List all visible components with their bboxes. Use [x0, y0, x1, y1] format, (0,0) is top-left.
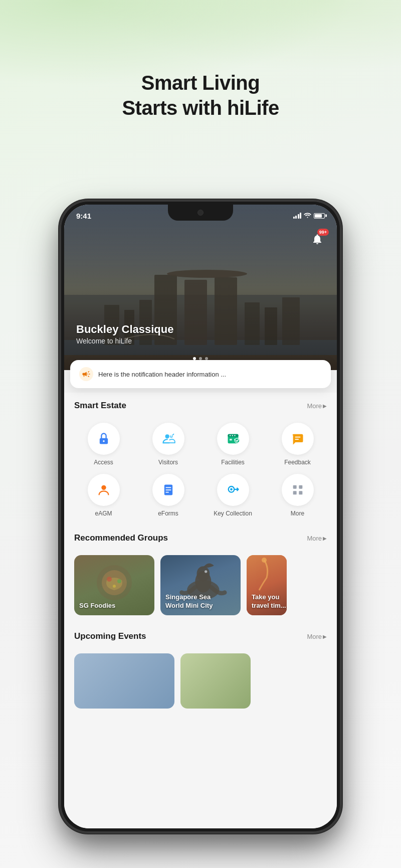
sea-world-label: Singapore SeaWorld Mini City [165, 593, 213, 610]
hero-banner: Buckley Classique Welcome to hiLife 99+ [64, 205, 337, 370]
visitors-icon [161, 432, 175, 446]
row-divider [64, 466, 337, 474]
svg-point-25 [101, 485, 106, 490]
smart-estate-row-2: eAGM eForms [64, 474, 337, 517]
keycollection-label: Key Collection [214, 510, 252, 517]
icon-item-eagm[interactable]: eAGM [74, 474, 133, 517]
icon-item-eforms[interactable]: eForms [139, 474, 197, 517]
more-label: More [291, 510, 304, 517]
camera-notch [197, 210, 204, 216]
phone-notch [168, 205, 233, 221]
phone-frame: 9:41 [60, 201, 341, 832]
feedback-icon-circle [282, 423, 314, 455]
hero-content: Buckley Classique Welcome to hiLife [76, 323, 173, 345]
facilities-icon-circle [217, 423, 249, 455]
feedback-label: Feedback [284, 459, 311, 466]
upcoming-events-more[interactable]: More ▶ [307, 633, 327, 640]
facilities-icon [226, 432, 240, 446]
more-icon [291, 483, 305, 497]
eforms-icon-circle [152, 474, 184, 506]
access-icon [97, 432, 111, 446]
facilities-label: Facilities [221, 459, 245, 466]
notification-badge: 99+ [317, 229, 329, 236]
eforms-label: eForms [158, 510, 178, 517]
smart-estate-more[interactable]: More ▶ [307, 402, 327, 410]
icon-item-more[interactable]: More [268, 474, 327, 517]
icon-item-visitors[interactable]: Visitors [139, 423, 197, 466]
svg-point-28 [230, 488, 233, 491]
svg-rect-32 [299, 491, 302, 494]
icon-item-keycollection[interactable]: Key Collection [204, 474, 262, 517]
eforms-icon [161, 483, 175, 497]
smart-estate-title: Smart Estate [74, 401, 126, 411]
notification-text: Here is the notification header informat… [98, 371, 322, 378]
main-content: Smart Estate More ▶ [64, 393, 337, 828]
visitors-icon-circle [152, 423, 184, 455]
eagm-label: eAGM [95, 510, 112, 517]
hero-title: Smart Living Starts with hiLife [0, 70, 401, 120]
recommended-groups-more-label: More [307, 535, 322, 542]
more-icon-circle [282, 474, 314, 506]
foodies-decoration [79, 560, 149, 605]
notification-bar[interactable]: Here is the notification header informat… [70, 360, 331, 388]
phone-screen: 9:41 [64, 205, 337, 828]
svg-point-21 [234, 435, 235, 436]
svg-point-36 [117, 579, 121, 583]
key-collection-icon [226, 483, 240, 497]
svg-rect-22 [230, 439, 232, 441]
groups-more-arrow-icon: ▶ [323, 536, 327, 541]
upcoming-events-title: Upcoming Events [74, 631, 146, 641]
signal-icon [293, 213, 302, 219]
access-label: Access [94, 459, 113, 466]
groups-scroll: SG Foodies [64, 555, 337, 615]
feedback-icon [291, 432, 305, 446]
recommended-groups-section: Recommended Groups More ▶ [64, 525, 337, 555]
eagm-icon-circle [88, 474, 120, 506]
svg-point-42 [262, 558, 267, 563]
property-name: Buckley Classique [76, 323, 173, 336]
visitors-label: Visitors [158, 459, 178, 466]
recommended-groups-header: Recommended Groups More ▶ [74, 533, 327, 543]
welcome-text: Welcome to hiLife [76, 337, 173, 345]
event-card-1[interactable] [74, 653, 174, 709]
upcoming-events-section: Upcoming Events More ▶ [64, 623, 337, 653]
icon-item-feedback[interactable]: Feedback [268, 423, 327, 466]
svg-point-14 [165, 434, 169, 438]
group-card-sea-world[interactable]: Singapore SeaWorld Mini City [160, 555, 241, 615]
group-card-travel[interactable]: Take youtravel tim... [247, 555, 287, 615]
svg-point-40 [197, 566, 210, 581]
svg-point-19 [230, 435, 231, 436]
more-arrow-icon: ▶ [323, 403, 327, 409]
events-more-arrow-icon: ▶ [323, 634, 327, 639]
svg-rect-29 [293, 485, 296, 489]
hero-text-block: Smart Living Starts with hiLife [0, 70, 401, 120]
access-icon-circle [88, 423, 120, 455]
wifi-icon [304, 212, 311, 220]
travel-decoration [249, 558, 279, 593]
smart-estate-section: Smart Estate More ▶ [64, 393, 337, 423]
notification-bell[interactable]: 99+ [308, 230, 327, 249]
svg-point-41 [205, 570, 207, 573]
svg-point-35 [107, 577, 112, 582]
upcoming-events-more-label: More [307, 633, 322, 640]
events-scroll [64, 653, 337, 709]
svg-point-13 [103, 440, 105, 442]
recommended-groups-title: Recommended Groups [74, 533, 168, 543]
status-icons [293, 212, 325, 220]
event-card-2[interactable] [180, 653, 251, 709]
icon-item-access[interactable]: Access [74, 423, 133, 466]
hero-title-line1: Smart Living [141, 72, 260, 94]
notification-megaphone-icon [79, 367, 93, 381]
svg-point-20 [232, 435, 233, 436]
hero-title-line2: Starts with hiLife [122, 97, 279, 119]
travel-label: Take youtravel tim... [252, 593, 286, 610]
svg-rect-30 [299, 485, 302, 489]
icon-item-facilities[interactable]: Facilities [204, 423, 262, 466]
smart-estate-row-1: Access [64, 423, 337, 466]
recommended-groups-more[interactable]: More ▶ [307, 535, 327, 542]
keycollection-icon-circle [217, 474, 249, 506]
battery-icon [314, 213, 325, 219]
upcoming-events-header: Upcoming Events More ▶ [74, 631, 327, 641]
phone-mockup: 9:41 [60, 201, 341, 832]
group-card-sg-foodies[interactable]: SG Foodies [74, 555, 154, 615]
